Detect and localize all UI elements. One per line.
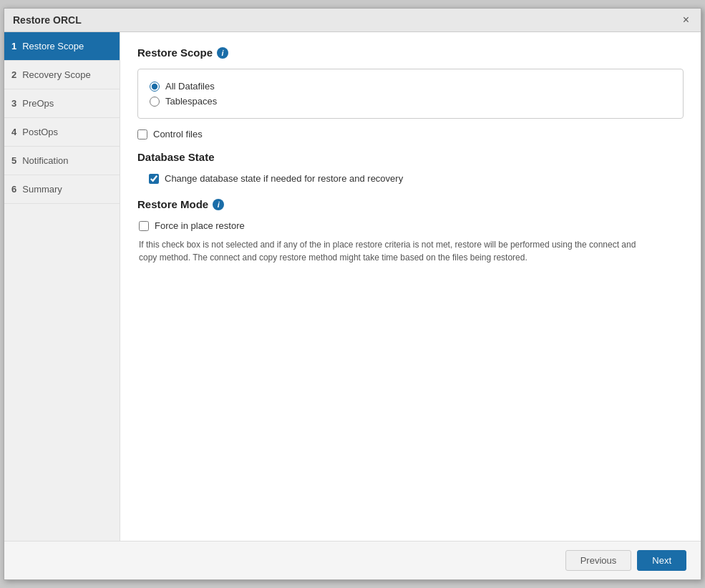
sidebar-item-recovery-scope[interactable]: 2 Recovery Scope	[4, 61, 120, 89]
sidebar-item-label-2: Recovery Scope	[22, 69, 90, 80]
all-datafiles-label[interactable]: All Datafiles	[165, 81, 215, 92]
tablespaces-label[interactable]: Tablespaces	[165, 96, 217, 107]
restore-dialog: Restore ORCL × 1 Restore Scope 2 Recover…	[4, 8, 701, 580]
sidebar-item-number-5: 5	[11, 155, 16, 166]
dialog-title: Restore ORCL	[13, 14, 82, 26]
dialog-body: 1 Restore Scope 2 Recovery Scope 3 PreOp…	[4, 32, 701, 541]
close-button[interactable]: ×	[680, 14, 692, 26]
db-state-label[interactable]: Change database state if needed for rest…	[165, 173, 403, 184]
restore-mode-info-icon[interactable]: i	[213, 199, 224, 210]
radio-option-tablespaces[interactable]: Tablespaces	[150, 96, 671, 107]
restore-mode-title-text: Restore Mode	[137, 198, 208, 210]
db-state-checkbox-option[interactable]: Change database state if needed for rest…	[149, 173, 684, 184]
sidebar-item-preops[interactable]: 3 PreOps	[4, 89, 120, 118]
force-restore-label[interactable]: Force in place restore	[155, 220, 245, 231]
database-state-title: Database State	[137, 151, 684, 163]
force-restore-checkbox[interactable]	[139, 221, 149, 231]
previous-button[interactable]: Previous	[565, 550, 632, 571]
restore-scope-title-text: Restore Scope	[137, 46, 213, 59]
control-files-label[interactable]: Control files	[153, 129, 203, 139]
sidebar: 1 Restore Scope 2 Recovery Scope 3 PreOp…	[4, 32, 120, 541]
restore-scope-title: Restore Scope i	[137, 46, 684, 59]
restore-mode-title: Restore Mode i	[137, 198, 684, 210]
sidebar-item-number-2: 2	[11, 69, 16, 80]
restore-scope-info-icon[interactable]: i	[217, 47, 228, 59]
sidebar-item-notification[interactable]: 5 Notification	[4, 147, 120, 175]
sidebar-item-label-6: Summary	[22, 184, 62, 195]
sidebar-item-number-4: 4	[11, 127, 16, 137]
sidebar-item-number-6: 6	[11, 184, 16, 195]
dialog-header: Restore ORCL ×	[4, 9, 701, 32]
sidebar-item-label-5: Notification	[22, 155, 68, 166]
restore-mode-section: Restore Mode i Force in place restore If…	[137, 198, 684, 264]
next-button[interactable]: Next	[637, 550, 686, 571]
sidebar-item-label-4: PostOps	[22, 127, 58, 137]
sidebar-item-summary[interactable]: 6 Summary	[4, 175, 120, 204]
restore-mode-help-text: If this check box is not selected and if…	[139, 238, 654, 264]
control-files-checkbox[interactable]	[137, 129, 147, 139]
radio-option-all-datafiles[interactable]: All Datafiles	[150, 81, 671, 92]
db-state-checkbox[interactable]	[149, 174, 159, 184]
force-restore-option[interactable]: Force in place restore	[139, 220, 684, 231]
database-state-section: Database State Change database state if …	[137, 151, 684, 184]
sidebar-item-number-1: 1	[11, 41, 16, 52]
main-content: Restore Scope i All Datafiles Tablespace…	[120, 32, 701, 541]
sidebar-item-postops[interactable]: 4 PostOps	[4, 118, 120, 147]
restore-scope-radio-group: All Datafiles Tablespaces	[137, 69, 684, 119]
sidebar-item-restore-scope[interactable]: 1 Restore Scope	[4, 32, 120, 61]
sidebar-item-number-3: 3	[11, 98, 16, 109]
sidebar-item-label-1: Restore Scope	[22, 41, 84, 52]
tablespaces-radio[interactable]	[150, 97, 160, 107]
database-state-title-text: Database State	[137, 151, 215, 163]
sidebar-item-label-3: PreOps	[22, 98, 54, 109]
dialog-footer: Previous Next	[4, 541, 701, 579]
all-datafiles-radio[interactable]	[150, 82, 160, 92]
control-files-option[interactable]: Control files	[137, 129, 684, 139]
